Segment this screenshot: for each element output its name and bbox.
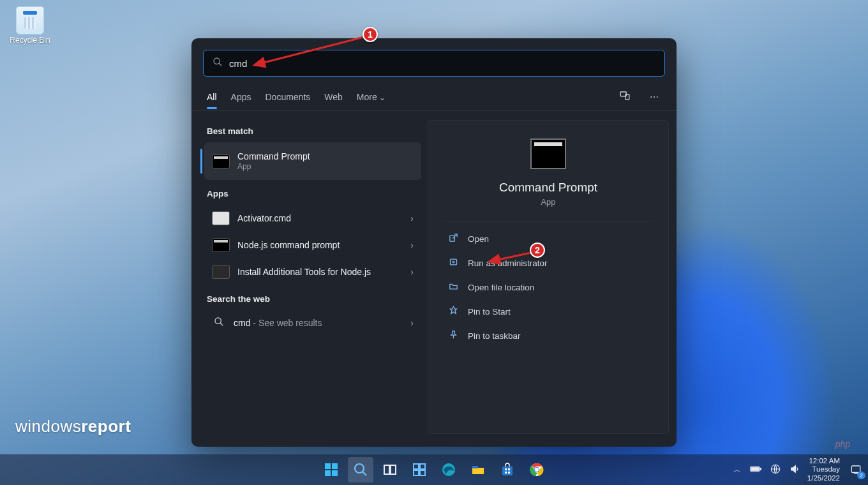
action-open-location[interactable]: Open file location xyxy=(444,275,653,299)
recycle-bin[interactable]: Recycle Bin xyxy=(8,6,52,45)
best-match-title: Command Prompt xyxy=(237,151,414,162)
battery-icon[interactable] xyxy=(749,464,763,475)
annotation-badge-1: 1 xyxy=(363,27,378,42)
svg-rect-26 xyxy=(505,468,507,470)
app-result[interactable]: Install Additional Tools for Node.js › xyxy=(204,258,421,285)
svg-rect-34 xyxy=(760,468,761,470)
svg-rect-21 xyxy=(414,470,419,475)
cmd-icon-large xyxy=(530,138,566,169)
svg-rect-22 xyxy=(420,470,425,475)
svg-rect-25 xyxy=(502,466,513,475)
taskbar-search[interactable] xyxy=(348,457,373,482)
divider xyxy=(444,221,653,221)
svg-line-2 xyxy=(219,63,221,66)
action-run-admin[interactable]: Run as administrator xyxy=(444,251,653,275)
tools-icon xyxy=(212,265,230,279)
svg-point-1 xyxy=(214,58,220,64)
start-button[interactable] xyxy=(318,457,344,482)
chevron-right-icon: › xyxy=(410,318,414,328)
best-match-item[interactable]: Command Prompt App xyxy=(204,142,421,180)
chrome-browser[interactable] xyxy=(524,457,550,482)
svg-rect-7 xyxy=(449,235,454,241)
svg-rect-17 xyxy=(384,465,389,474)
svg-rect-20 xyxy=(420,464,425,469)
action-pin-taskbar[interactable]: Pin to taskbar xyxy=(444,324,653,348)
recycle-bin-icon xyxy=(16,6,44,34)
svg-rect-27 xyxy=(508,468,510,470)
cmd-icon xyxy=(212,238,230,252)
detail-sub: App xyxy=(541,197,555,207)
volume-icon[interactable] xyxy=(788,463,801,477)
svg-rect-12 xyxy=(332,463,338,469)
watermark: windowsreport xyxy=(15,417,131,436)
section-web: Search the web xyxy=(207,294,419,304)
svg-point-32 xyxy=(535,468,539,472)
results-column: Best match Command Prompt App Apps Activ… xyxy=(204,117,421,434)
tab-apps[interactable]: Apps xyxy=(231,86,251,108)
svg-line-16 xyxy=(363,472,366,475)
chevron-right-icon: › xyxy=(410,240,414,250)
svg-rect-8 xyxy=(450,259,456,265)
tab-more[interactable]: More xyxy=(357,86,385,108)
svg-rect-19 xyxy=(414,464,419,469)
filter-tabs: All Apps Documents Web More ⋯ xyxy=(191,83,677,111)
annotation-badge-2: 2 xyxy=(530,243,545,258)
notifications-icon[interactable]: 2 xyxy=(848,461,864,478)
widgets[interactable] xyxy=(407,457,432,482)
section-apps: Apps xyxy=(207,189,419,198)
tab-all[interactable]: All xyxy=(207,86,217,108)
cmd-icon xyxy=(212,154,230,168)
network-icon[interactable] xyxy=(769,463,782,477)
web-result[interactable]: cmd - See web results › xyxy=(204,310,421,336)
pin-icon xyxy=(447,330,459,341)
svg-point-5 xyxy=(215,318,221,324)
watermark-php: php xyxy=(835,439,850,449)
tab-web[interactable]: Web xyxy=(324,86,343,108)
taskbar: ︿ 12:02 AM Tuesday 1/25/2022 2 xyxy=(0,454,868,485)
svg-point-9 xyxy=(453,261,454,263)
chevron-right-icon: › xyxy=(410,267,414,277)
file-icon xyxy=(212,211,230,225)
app-result[interactable]: Node.js command prompt › xyxy=(204,232,421,258)
search-bar[interactable] xyxy=(203,50,665,77)
svg-point-15 xyxy=(355,464,364,473)
pin-icon xyxy=(447,306,459,317)
search-icon xyxy=(213,57,223,70)
search-input[interactable] xyxy=(229,58,655,69)
chevron-right-icon: › xyxy=(410,213,414,223)
best-match-sub: App xyxy=(237,162,414,171)
start-search-panel: All Apps Documents Web More ⋯ Best match… xyxy=(191,38,677,447)
svg-rect-11 xyxy=(325,463,331,469)
search-icon xyxy=(212,317,226,329)
shield-icon xyxy=(447,257,459,269)
system-tray: ︿ 12:02 AM Tuesday 1/25/2022 2 xyxy=(732,454,864,485)
task-view[interactable] xyxy=(377,457,403,482)
tray-chevron-up-icon[interactable]: ︿ xyxy=(732,464,742,476)
detail-title: Command Prompt xyxy=(499,181,597,195)
microsoft-store[interactable] xyxy=(495,457,520,482)
edge-browser[interactable] xyxy=(436,457,461,482)
action-open[interactable]: Open xyxy=(444,227,653,251)
svg-rect-24 xyxy=(472,466,478,468)
action-pin-start[interactable]: Pin to Start xyxy=(444,299,653,324)
svg-line-6 xyxy=(220,323,223,325)
clock[interactable]: 12:02 AM Tuesday 1/25/2022 xyxy=(807,457,840,482)
app-result[interactable]: Activator.cmd › xyxy=(204,205,421,232)
svg-rect-28 xyxy=(505,472,507,474)
file-explorer[interactable] xyxy=(465,457,491,482)
more-options-icon[interactable]: ⋯ xyxy=(647,89,661,105)
section-best-match: Best match xyxy=(207,126,419,136)
detail-pane: Command Prompt App Open Run as administr… xyxy=(428,120,669,434)
svg-rect-18 xyxy=(391,465,396,474)
devices-icon[interactable] xyxy=(617,87,633,106)
tab-documents[interactable]: Documents xyxy=(265,86,310,108)
svg-rect-14 xyxy=(332,470,338,476)
recycle-bin-label: Recycle Bin xyxy=(8,36,52,45)
open-icon xyxy=(447,233,459,244)
folder-icon xyxy=(447,281,459,293)
svg-rect-29 xyxy=(508,472,510,474)
svg-rect-35 xyxy=(751,468,758,471)
svg-rect-13 xyxy=(325,470,331,476)
notification-count: 2 xyxy=(857,472,865,479)
